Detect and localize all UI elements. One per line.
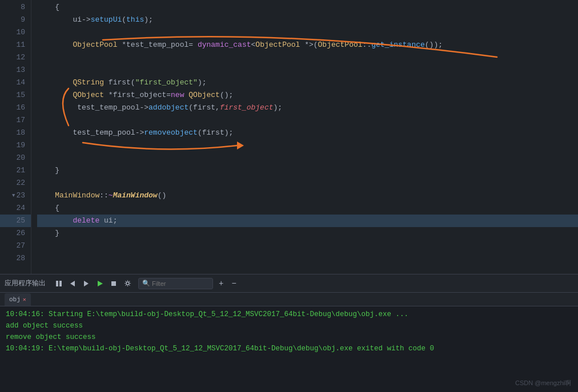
toolbar-back-btn[interactable] [54, 278, 64, 289]
toolbar-minus-btn[interactable]: − [229, 279, 238, 288]
code-line-11: ObjectPool *test_temp_pool= dynamic_cast… [37, 39, 578, 51]
output-line-3: remove object success [6, 332, 572, 343]
code-line-18: test_temp_pool->removeobject(first); [37, 127, 578, 139]
output-line-2: add object success [6, 320, 572, 332]
line-num-10: 10 [0, 26, 31, 39]
line-num-21: 21 [0, 164, 31, 177]
line-num-26: 26 [0, 227, 31, 240]
svg-marker-5 [84, 281, 89, 286]
line-num-19: 19 [0, 139, 31, 152]
filter-input[interactable] [152, 280, 209, 287]
line-num-8: 8 [0, 1, 31, 14]
search-icon: 🔍 [142, 280, 150, 287]
toolbar-settings-btn[interactable] [122, 278, 133, 289]
line-num-15: 15 [0, 89, 31, 102]
line-num-27: 27 [0, 240, 31, 252]
panel-output: 10:04:16: Starting E:\temp\build-obj-Des… [0, 306, 578, 392]
line-num-18: 18 [0, 127, 31, 139]
code-line-8: { [37, 1, 578, 14]
line-numbers: 8 9 10 11 12 13 14 15 16 17 18 19 20 21 … [0, 0, 31, 274]
line-num-11: 11 [0, 39, 31, 51]
code-line-26: } [37, 227, 578, 240]
code-line-14: QString first("first_object"); [37, 76, 578, 89]
filter-input-wrap[interactable]: 🔍 [138, 278, 213, 289]
line-num-12: 12 [0, 51, 31, 64]
watermark: CSDN @mengzhi啊 [515, 379, 571, 387]
code-line-9: ui->setupUi(this); [37, 14, 578, 26]
code-line-20 [37, 152, 578, 164]
code-line-19 [37, 139, 578, 152]
line-num-17: 17 [0, 114, 31, 127]
svg-rect-3 [59, 281, 62, 286]
line-num-23: ▼23 [0, 189, 31, 202]
svg-marker-4 [70, 281, 75, 286]
svg-point-8 [126, 282, 129, 285]
line-num-14: 14 [0, 76, 31, 89]
line-num-20: 20 [0, 152, 31, 164]
toolbar-stop-btn[interactable] [109, 278, 119, 289]
bottom-panel: 应用程序输出 🔍 + − [0, 274, 578, 392]
code-line-22 [37, 177, 578, 189]
output-line-4: 10:04:19: E:\temp\build-obj-Desktop_Qt_5… [6, 343, 572, 354]
line-num-22: 22 [0, 177, 31, 189]
code-line-12 [37, 51, 578, 64]
code-line-17 [37, 114, 578, 127]
output-line-1: 10:04:16: Starting E:\temp\build-obj-Des… [6, 309, 572, 320]
svg-rect-7 [111, 281, 116, 286]
code-line-10 [37, 26, 578, 39]
svg-rect-2 [56, 281, 58, 286]
code-line-25: delete ui; [37, 215, 578, 227]
line-num-9: 9 [0, 14, 31, 26]
line-num-25: 25 [0, 215, 31, 227]
code-line-15: QObject *first_object=new QObject(); [37, 89, 578, 102]
line-num-28: 28 [0, 252, 31, 265]
panel-tabs: obj ✕ [0, 293, 578, 306]
code-line-16: test_temp_pool->addobject(first,first_ob… [37, 102, 578, 114]
panel-title: 应用程序输出 [5, 278, 46, 288]
toolbar-plus-btn[interactable]: + [216, 279, 226, 288]
code-line-28 [37, 252, 578, 265]
tab-close-icon[interactable]: ✕ [23, 296, 26, 303]
panel-tab-obj[interactable]: obj ✕ [5, 293, 31, 306]
code-editor: 8 9 10 11 12 13 14 15 16 17 18 19 20 21 … [0, 0, 578, 274]
code-line-23: MainWindow::~MainWindow() [37, 189, 578, 202]
code-line-13 [37, 64, 578, 76]
code-line-27 [37, 240, 578, 252]
panel-toolbar: 应用程序输出 🔍 + − [0, 274, 578, 293]
code-content: { ui->setupUi(this); ObjectPool *test_te… [31, 0, 578, 265]
code-line-24: { [37, 202, 578, 215]
svg-marker-6 [98, 281, 103, 286]
line-num-24: 24 [0, 202, 31, 215]
line-num-16: 16 [0, 102, 31, 114]
code-line-21: } [37, 164, 578, 177]
toolbar-play-btn[interactable] [95, 278, 105, 289]
line-num-13: 13 [0, 64, 31, 76]
toolbar-prev-btn[interactable] [67, 278, 78, 289]
toolbar-next-btn[interactable] [81, 278, 91, 289]
panel-tab-label: obj [9, 296, 21, 303]
